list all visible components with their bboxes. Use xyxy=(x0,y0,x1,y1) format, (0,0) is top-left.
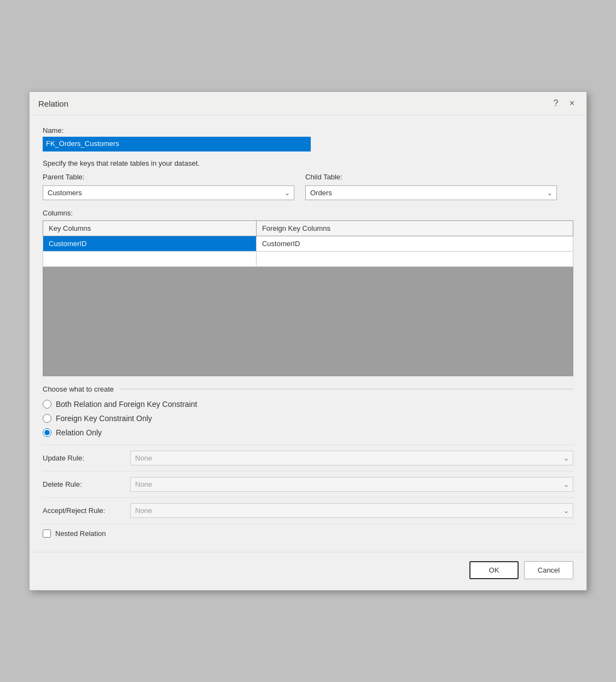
foreign-key-column-cell[interactable]: CustomerID xyxy=(256,236,573,252)
columns-table: Key Columns Foreign Key Columns Customer… xyxy=(43,220,573,267)
radio-relation-only-label[interactable]: Relation Only xyxy=(43,428,573,437)
nested-relation-checkbox[interactable] xyxy=(43,529,51,538)
help-button[interactable]: ? xyxy=(550,97,562,109)
radio-both-text: Both Relation and Foreign Key Constraint xyxy=(56,400,197,409)
dialog-footer: OK Cancel xyxy=(30,552,586,590)
gray-area xyxy=(43,267,573,376)
columns-label: Columns: xyxy=(43,209,573,217)
nested-relation-label: Nested Relation xyxy=(55,529,106,538)
divider-row: Choose what to create xyxy=(43,385,573,393)
radio-relation-only[interactable] xyxy=(43,428,51,437)
table-row[interactable] xyxy=(43,252,573,267)
accept-reject-rule-label: Accept/Reject Rule: xyxy=(43,506,130,515)
title-bar-right: ? × xyxy=(550,97,578,109)
radio-fk-only-text: Foreign Key Constraint Only xyxy=(56,414,152,423)
ok-button[interactable]: OK xyxy=(469,561,519,579)
cancel-button[interactable]: Cancel xyxy=(524,561,573,579)
update-rule-select[interactable]: None xyxy=(130,451,573,465)
accept-reject-rule-select-wrapper: None ⌄ xyxy=(130,503,573,518)
parent-table-select-wrapper: Customers ⌄ xyxy=(43,185,294,200)
delete-rule-label: Delete Rule: xyxy=(43,480,130,488)
table-row[interactable]: CustomerID CustomerID xyxy=(43,236,573,252)
rule-rows: Update Rule: None ⌄ Delete Rule: None ⌄ xyxy=(43,445,573,523)
update-rule-label: Update Rule: xyxy=(43,454,130,462)
radio-both[interactable] xyxy=(43,400,51,409)
radio-fk-only-label[interactable]: Foreign Key Constraint Only xyxy=(43,414,573,423)
accept-reject-rule-row: Accept/Reject Rule: None ⌄ xyxy=(43,497,573,523)
foreign-key-columns-header: Foreign Key Columns xyxy=(256,221,573,236)
child-table-group: Child Table: Orders ⌄ xyxy=(305,173,557,200)
update-rule-row: Update Rule: None ⌄ xyxy=(43,445,573,471)
name-label: Name: xyxy=(43,126,573,135)
accept-reject-rule-select[interactable]: None xyxy=(130,503,573,518)
description-text: Specify the keys that relate tables in y… xyxy=(43,159,573,167)
delete-rule-select[interactable]: None xyxy=(130,477,573,492)
update-rule-select-wrapper: None ⌄ xyxy=(130,451,573,465)
radio-both-label[interactable]: Both Relation and Foreign Key Constraint xyxy=(43,400,573,409)
dialog-body: Name: Specify the keys that relate table… xyxy=(30,115,586,552)
parent-table-label: Parent Table: xyxy=(43,173,294,181)
title-bar-left: Relation xyxy=(38,99,68,108)
child-table-select-wrapper: Orders ⌄ xyxy=(305,185,557,200)
table-selection-row: Parent Table: Customers ⌄ Child Table: O… xyxy=(43,173,573,200)
key-column-empty xyxy=(43,252,257,267)
key-column-cell[interactable]: CustomerID xyxy=(43,236,257,252)
key-columns-header: Key Columns xyxy=(43,221,257,236)
nested-relation-row: Nested Relation xyxy=(43,523,573,543)
divider-line xyxy=(119,389,573,389)
radio-relation-only-text: Relation Only xyxy=(56,428,102,437)
child-table-select[interactable]: Orders xyxy=(305,185,557,200)
title-bar: Relation ? × xyxy=(30,92,586,115)
name-input[interactable] xyxy=(43,137,311,151)
relation-dialog: Relation ? × Name: Specify the keys that… xyxy=(29,91,587,591)
parent-table-group: Parent Table: Customers ⌄ xyxy=(43,173,294,200)
choose-label: Choose what to create xyxy=(43,385,114,393)
child-table-label: Child Table: xyxy=(305,173,557,181)
delete-rule-row: Delete Rule: None ⌄ xyxy=(43,471,573,497)
radio-fk-only[interactable] xyxy=(43,414,51,423)
close-button[interactable]: × xyxy=(566,97,578,109)
radio-group: Both Relation and Foreign Key Constraint… xyxy=(43,400,573,437)
parent-table-select[interactable]: Customers xyxy=(43,185,294,200)
dialog-title: Relation xyxy=(38,99,68,108)
delete-rule-select-wrapper: None ⌄ xyxy=(130,477,573,492)
foreign-key-empty xyxy=(256,252,573,267)
columns-header-row: Key Columns Foreign Key Columns xyxy=(43,221,573,236)
